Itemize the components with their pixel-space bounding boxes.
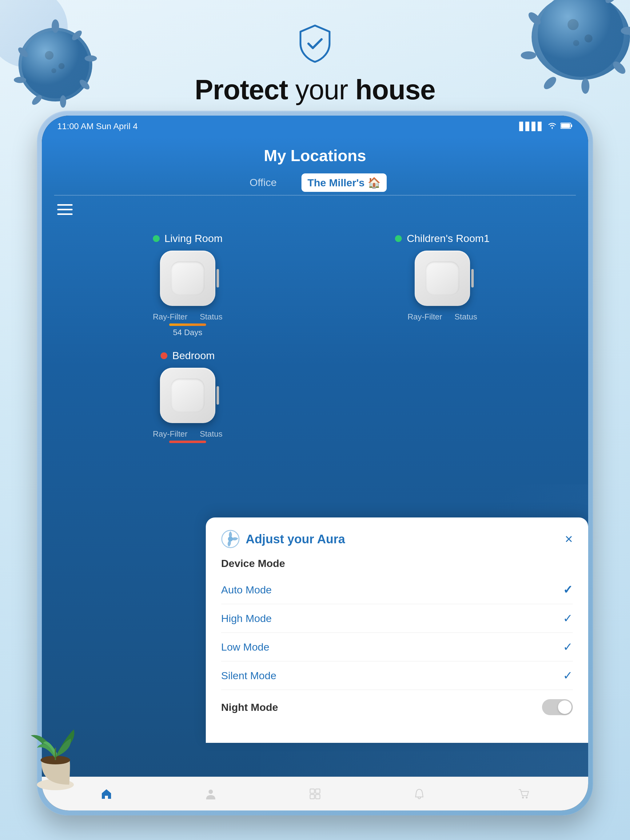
svg-rect-32 <box>310 794 314 799</box>
filter-info-living: Ray-Filter Status <box>153 312 222 322</box>
modal-title: Adjust your Aura <box>246 532 345 546</box>
status-dot-green <box>153 235 160 242</box>
modal-title-row: Adjust your Aura <box>221 530 345 548</box>
mode-option-low[interactable]: Low Mode ✓ <box>221 633 573 662</box>
status-dot-green <box>395 235 402 242</box>
device-unit-living <box>160 251 215 306</box>
filter-info-children: Ray-Filter Status <box>408 312 477 322</box>
menu-bar-1 <box>57 204 73 206</box>
svg-point-29 <box>209 789 213 794</box>
svg-rect-31 <box>316 789 320 793</box>
bottom-tab-bar <box>42 777 588 810</box>
device-mode-section-title: Device Mode <box>221 557 573 569</box>
shield-icon <box>296 24 334 65</box>
menu-bar-3 <box>57 213 73 215</box>
room-card-living-room[interactable]: Living Room Ray-Filter Status 54 Da <box>60 226 315 343</box>
filter-bar-yellow <box>169 324 206 326</box>
app-header: My Locations Office The Miller's 🏠 <box>42 137 588 192</box>
tablet-device: 11:00 AM Sun April 4 ▋▋▋▋ <box>37 111 593 815</box>
svg-point-28 <box>228 537 233 542</box>
mode-label-high: High Mode <box>221 613 272 624</box>
filter-bar-wrap-red <box>169 441 206 443</box>
tablet-screen: 11:00 AM Sun April 4 ▋▋▋▋ <box>42 115 588 810</box>
status-dot-red <box>161 352 167 359</box>
svg-point-35 <box>526 797 527 799</box>
mode-label-silent: Silent Mode <box>221 669 277 682</box>
mode-label-low: Low Mode <box>221 641 269 653</box>
device-side-bar <box>217 386 219 405</box>
filter-bar-red <box>169 441 206 443</box>
filter-days: 54 Days <box>169 328 206 337</box>
device-unit-children <box>415 251 470 306</box>
mode-check-silent: ✓ <box>563 669 573 682</box>
device-unit-bedroom <box>160 368 215 423</box>
ray-filter-label: Ray-Filter <box>153 429 188 439</box>
adjust-modal: Adjust your Aura × Device Mode Auto Mode… <box>206 518 588 743</box>
mode-option-high[interactable]: High Mode ✓ <box>221 604 573 633</box>
svg-rect-30 <box>310 789 314 793</box>
room-name-children: Children's Room1 <box>407 232 489 245</box>
device-inner <box>171 379 204 412</box>
svg-rect-33 <box>316 794 320 799</box>
toggle-knob <box>558 700 571 714</box>
ray-filter-label: Ray-Filter <box>153 312 188 322</box>
status-label: Status <box>454 312 477 322</box>
app-title: My Locations <box>54 146 576 165</box>
rooms-grid: Living Room Ray-Filter Status 54 Da <box>42 196 588 461</box>
menu-button[interactable] <box>57 204 73 215</box>
status-label: Status <box>199 429 222 439</box>
tab-office[interactable]: Office <box>243 174 283 192</box>
room-label-row: Bedroom <box>161 350 215 362</box>
mode-check-low: ✓ <box>563 640 573 654</box>
menu-bar-2 <box>57 209 73 210</box>
filter-bar-wrap: 54 Days <box>169 324 206 337</box>
bottom-tab-grid[interactable] <box>309 788 321 800</box>
night-mode-label: Night Mode <box>221 701 278 713</box>
room-label-row: Living Room <box>153 232 223 245</box>
device-side-bar <box>471 269 474 287</box>
modal-close-button[interactable]: × <box>565 531 573 547</box>
bottom-tab-bell[interactable] <box>413 788 426 800</box>
app-content: Living Room Ray-Filter Status 54 Da <box>42 192 588 777</box>
device-inner <box>171 261 204 295</box>
aura-icon <box>221 530 240 548</box>
ray-filter-label: Ray-Filter <box>408 312 442 322</box>
location-tabs: Office The Miller's 🏠 <box>54 174 576 192</box>
mode-option-silent[interactable]: Silent Mode ✓ <box>221 662 573 690</box>
mode-check-high: ✓ <box>563 611 573 625</box>
room-card-bedroom[interactable]: Bedroom Ray-Filter Status <box>60 343 315 449</box>
night-mode-row: Night Mode <box>221 690 573 725</box>
header-section: Protect your house <box>0 0 630 129</box>
filter-info-bedroom: Ray-Filter Status <box>153 429 222 439</box>
svg-point-34 <box>522 797 524 799</box>
bottom-tab-cart[interactable] <box>518 788 530 800</box>
plant-decoration <box>25 699 86 791</box>
mode-option-auto[interactable]: Auto Mode ✓ <box>221 576 573 604</box>
status-label: Status <box>199 312 222 322</box>
room-card-childrens-room[interactable]: Children's Room1 Ray-Filter Status <box>315 226 570 343</box>
night-mode-toggle[interactable] <box>542 699 573 715</box>
mode-label-auto: Auto Mode <box>221 584 272 596</box>
mode-check-auto: ✓ <box>563 583 573 597</box>
room-label-row: Children's Room1 <box>395 232 489 245</box>
bottom-tab-home[interactable] <box>100 788 112 800</box>
room-name-living: Living Room <box>165 232 223 245</box>
device-inner <box>426 261 459 295</box>
page-hero-title: Protect your house <box>195 74 435 106</box>
modal-header: Adjust your Aura × <box>221 530 573 548</box>
room-name-bedroom: Bedroom <box>172 350 215 362</box>
device-side-bar <box>217 269 219 287</box>
tab-millers[interactable]: The Miller's 🏠 <box>301 174 387 192</box>
bottom-tab-person[interactable] <box>204 788 217 800</box>
